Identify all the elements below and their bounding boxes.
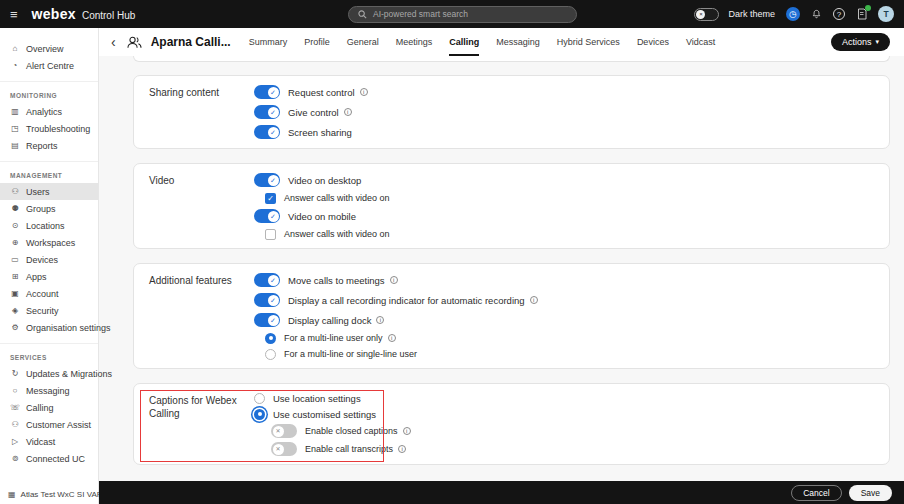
search-icon	[358, 10, 367, 19]
sidebar-item-label: Groups	[26, 204, 56, 214]
toggle-on[interactable]: ✓	[254, 125, 280, 139]
whats-new-icon[interactable]: ◷	[786, 7, 800, 21]
card-label: Additional features	[149, 270, 254, 362]
sidebar-item-apps[interactable]: ⊞Apps	[0, 268, 98, 285]
sidebar-item-calling[interactable]: ☏Calling	[0, 399, 98, 416]
alert-bell-icon: ◔	[10, 61, 20, 70]
tab-vidcast[interactable]: Vidcast	[686, 28, 715, 56]
tab-general[interactable]: General	[347, 28, 379, 56]
info-icon[interactable]: i	[388, 334, 396, 342]
radio-selected[interactable]	[265, 333, 276, 344]
dark-theme-toggle[interactable]: ×	[694, 8, 719, 21]
info-icon[interactable]: i	[360, 88, 368, 96]
sidebar-item-label: Account	[26, 289, 59, 299]
sidebar-item-reports[interactable]: ▤Reports	[0, 137, 98, 154]
radio-unselected[interactable]	[254, 393, 265, 404]
sidebar-item-users[interactable]: ⚇Users	[0, 183, 98, 200]
sidebar-item-vidcast[interactable]: ▷Vidcast	[0, 433, 98, 450]
sidebar-section-header: MANAGEMENT	[0, 169, 98, 183]
setting-label: Request control	[288, 87, 355, 98]
search-placeholder: AI-powered smart search	[373, 9, 468, 19]
settings-card-additional-features: Additional features✓Move calls to meetin…	[133, 263, 890, 369]
troubleshooting-icon: ◳	[10, 124, 20, 133]
tab-profile[interactable]: Profile	[304, 28, 330, 56]
setting-row-give-control: ✓Give controli	[254, 102, 368, 122]
sidebar-item-updates-migrations[interactable]: ↻Updates & Migrations	[0, 365, 98, 382]
info-icon[interactable]: i	[403, 427, 411, 435]
card-label: Sharing content	[149, 82, 254, 142]
org-name: Atlas Test WxC SI VAR AS	[21, 490, 99, 499]
check-icon: ✓	[268, 295, 279, 306]
sidebar-item-organisation-settings[interactable]: ⚙Organisation settings	[0, 319, 98, 336]
scrolled-card-edge	[133, 56, 890, 62]
tab-summary[interactable]: Summary	[249, 28, 288, 56]
tab-messaging[interactable]: Messaging	[496, 28, 540, 56]
avatar[interactable]: T	[878, 6, 894, 22]
sidebar-item-label: Workspaces	[26, 238, 75, 248]
setting-row-video-on-desktop: ✓Video on desktop	[254, 170, 390, 190]
building-icon: ▦	[8, 490, 16, 499]
sidebar-item-customer-assist[interactable]: ⚇Customer Assist	[0, 416, 98, 433]
sidebar-item-analytics[interactable]: ▥Analytics	[0, 103, 98, 120]
search-input[interactable]: AI-powered smart search	[348, 6, 577, 23]
setting-label: Display a call recording indicator for a…	[288, 295, 525, 306]
feedback-icon[interactable]	[854, 7, 869, 22]
sidebar-item-label: Messaging	[26, 386, 70, 396]
save-button[interactable]: Save	[849, 485, 892, 501]
content-area: Sharing content✓Request controli✓Give co…	[99, 56, 904, 481]
actions-button[interactable]: Actions ▾	[831, 33, 890, 51]
tab-hybrid-services[interactable]: Hybrid Services	[557, 28, 620, 56]
sidebar-item-security[interactable]: ◈Security	[0, 302, 98, 319]
sidebar-item-label: Connected UC	[26, 454, 85, 464]
sidebar-item-messaging[interactable]: ○Messaging	[0, 382, 98, 399]
toggle-off[interactable]: ✕	[271, 424, 297, 438]
green-status-dot	[865, 5, 871, 11]
toggle-on[interactable]: ✓	[254, 209, 280, 223]
toggle-on[interactable]: ✓	[254, 105, 280, 119]
setting-label: Enable call transcripts	[305, 444, 393, 454]
sidebar-item-connected-uc[interactable]: ⊚Connected UC	[0, 450, 98, 467]
sidebar-item-alert-centre[interactable]: ◔Alert Centre	[0, 57, 98, 74]
tab-meetings[interactable]: Meetings	[396, 28, 433, 56]
checkbox-unchecked[interactable]	[265, 229, 276, 240]
sidebar-item-devices[interactable]: ▭Devices	[0, 251, 98, 268]
sidebar-item-account[interactable]: ▣Account	[0, 285, 98, 302]
checkbox-checked[interactable]: ✓	[265, 193, 276, 204]
radio-selected[interactable]	[254, 409, 265, 420]
sidebar-item-label: Devices	[26, 255, 58, 265]
help-icon[interactable]: ?	[833, 8, 845, 20]
cancel-button[interactable]: Cancel	[791, 485, 841, 501]
card-rows: ✓Move calls to meetingsi✓Display a call …	[254, 270, 538, 362]
info-icon[interactable]: i	[390, 276, 398, 284]
webex-logo: webex Control Hub	[32, 6, 136, 22]
radio-unselected[interactable]	[265, 349, 276, 360]
sidebar-item-groups[interactable]: ⚉Groups	[0, 200, 98, 217]
notifications-bell-icon[interactable]	[809, 7, 824, 22]
setting-label: Screen sharing	[288, 127, 352, 138]
sidebar-item-label: Overview	[26, 44, 64, 54]
toggle-on[interactable]: ✓	[254, 173, 280, 187]
gear-icon: ⚙	[10, 323, 20, 332]
info-icon[interactable]: i	[376, 316, 384, 324]
tab-calling[interactable]: Calling	[449, 28, 479, 56]
sidebar-item-troubleshooting[interactable]: ◳Troubleshooting	[0, 120, 98, 137]
back-button[interactable]: ‹	[109, 35, 118, 49]
workspaces-icon: ⊕	[10, 238, 20, 247]
toggle-on[interactable]: ✓	[254, 313, 280, 327]
toggle-on[interactable]: ✓	[254, 85, 280, 99]
hamburger-menu-icon[interactable]: ≡	[10, 7, 18, 22]
org-selector[interactable]: ▦ Atlas Test WxC SI VAR AS	[0, 490, 99, 499]
info-icon[interactable]: i	[344, 108, 352, 116]
toggle-on[interactable]: ✓	[254, 273, 280, 287]
toggle-off[interactable]: ✕	[271, 442, 297, 456]
sidebar-item-workspaces[interactable]: ⊕Workspaces	[0, 234, 98, 251]
sidebar-item-locations[interactable]: ⊙Locations	[0, 217, 98, 234]
info-icon[interactable]: i	[398, 445, 406, 453]
sidebar-item-overview[interactable]: ⌂Overview	[0, 40, 98, 57]
toggle-on[interactable]: ✓	[254, 293, 280, 307]
info-icon[interactable]: i	[530, 296, 538, 304]
actions-label: Actions	[842, 37, 872, 47]
tab-devices[interactable]: Devices	[637, 28, 669, 56]
sidebar-item-label: Customer Assist	[26, 420, 91, 430]
tab-bar: SummaryProfileGeneralMeetingsCallingMess…	[249, 28, 716, 56]
